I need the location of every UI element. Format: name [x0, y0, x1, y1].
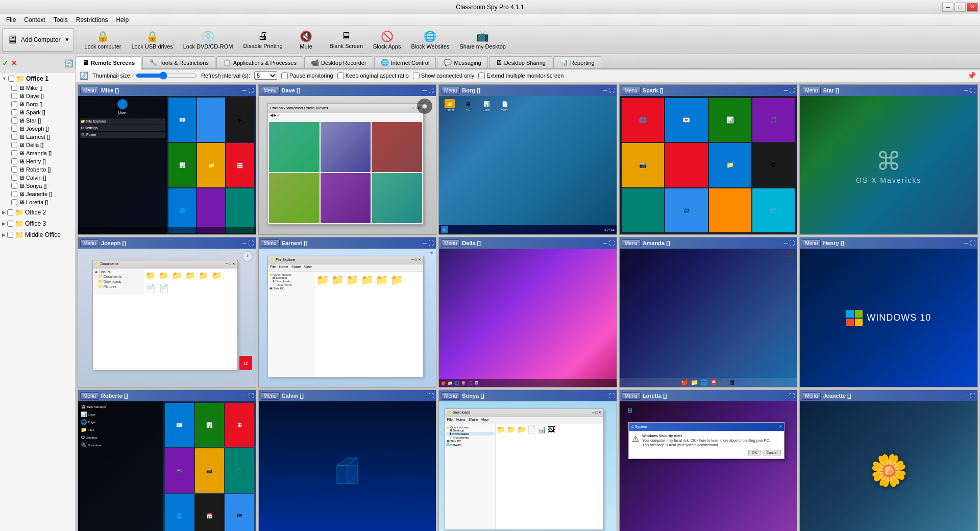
sidebar-item-star[interactable]: 🖥Star []: [1, 116, 74, 125]
sidebar-item-mike[interactable]: 🖥Mike []: [1, 84, 74, 92]
thumbnail-size-slider[interactable]: [136, 71, 197, 80]
screen-loretta-menu-button[interactable]: Menu: [622, 392, 641, 400]
screen-amanda-minimize-icon[interactable]: ─: [784, 240, 788, 246]
screen-loretta-content[interactable]: 🖥 ⚠ System✕ ⚠ Windows Security Alert: [620, 401, 797, 531]
pause-monitoring-checkbox[interactable]: [281, 73, 288, 79]
screen-roberto-menu-button[interactable]: Menu: [80, 392, 99, 400]
pause-monitoring-option[interactable]: Pause monitoring: [281, 73, 333, 79]
sidebar-item-della[interactable]: 🖥Della []: [1, 141, 74, 149]
screen-calvin-menu-button[interactable]: Menu: [261, 392, 280, 400]
screen-calvin-fullscreen-icon[interactable]: ⛶: [428, 393, 434, 399]
share-desktop-button[interactable]: 📺 Share my Desktop: [455, 27, 510, 53]
extend-monitor-checkbox[interactable]: [478, 73, 485, 79]
menu-tools[interactable]: Tools: [50, 14, 72, 25]
screen-mike-fullscreen-icon[interactable]: ⛶: [248, 87, 254, 93]
block-apps-button[interactable]: 🚫 Block Apps: [369, 27, 405, 53]
screen-dave-content[interactable]: Photos - Windows Photo Viewer ─ □ ✕ ◀ ▶ …: [259, 96, 436, 234]
screen-earnest-fullscreen-icon[interactable]: ⛶: [428, 240, 434, 246]
extend-monitor-option[interactable]: Extend multiple monitor screen: [478, 73, 564, 79]
screen-borg-fullscreen-icon[interactable]: ⛶: [609, 87, 615, 93]
office1-checkbox[interactable]: [8, 76, 14, 82]
menu-context[interactable]: Context: [20, 14, 49, 25]
maximize-button[interactable]: □: [954, 3, 966, 12]
screen-joseph-menu-button[interactable]: Menu: [80, 239, 99, 247]
sidebar-item-spark[interactable]: 🖥Spark []: [1, 108, 74, 116]
screen-star-minimize-icon[interactable]: ─: [964, 87, 968, 93]
sidebar-item-amanda[interactable]: 🖥Amanda []: [1, 149, 74, 157]
mute-button[interactable]: 🔇 Mute: [288, 27, 324, 53]
refresh-interval-select[interactable]: 5 10 15 30: [254, 71, 277, 80]
add-computer-button[interactable]: 🖥 Add Computer ▼: [2, 28, 74, 52]
screen-borg-content[interactable]: 📁 Folder 🖥 PC 📊 Excel: [439, 96, 617, 234]
screen-jeanette-content[interactable]: 🌼: [800, 401, 977, 531]
close-button[interactable]: ✕: [967, 3, 978, 12]
keep-aspect-checkbox[interactable]: [337, 73, 344, 79]
office3-checkbox[interactable]: [7, 221, 13, 227]
screen-loretta-minimize-icon[interactable]: ─: [784, 393, 788, 399]
office2-header[interactable]: ▶ 📁 Office 2: [1, 207, 74, 218]
block-websites-button[interactable]: 🌐 Block Websites: [406, 27, 454, 53]
refresh-icon[interactable]: 🔄: [80, 71, 88, 80]
sidebar-item-loretta[interactable]: 🖥Loretta []: [1, 198, 74, 206]
office2-checkbox[interactable]: [7, 209, 13, 215]
tab-reporting[interactable]: 📊 Reporting: [553, 56, 601, 68]
screen-spark-fullscreen-icon[interactable]: ⛶: [789, 87, 795, 93]
screen-earnest-minimize-icon[interactable]: ─: [423, 240, 427, 246]
lock-computer-button[interactable]: 🔒 Lock computer: [80, 27, 126, 53]
office1-header[interactable]: ▼ 📁 Office 1: [1, 74, 74, 84]
sidebar-item-earnest[interactable]: 🖥Earnest []: [1, 133, 74, 141]
screen-sonya-content[interactable]: 📁 Downloads─ □ ✕ FileHomeShareView ⭐ Qui…: [439, 401, 617, 531]
screen-loretta-fullscreen-icon[interactable]: ⛶: [789, 393, 795, 399]
screen-jeanette-fullscreen-icon[interactable]: ⛶: [970, 393, 975, 399]
lock-dvd-button[interactable]: 💿 Lock DVD/CD-ROM: [179, 27, 238, 53]
screen-borg-menu-button[interactable]: Menu: [441, 87, 460, 94]
show-connected-checkbox[interactable]: [413, 73, 420, 79]
screen-jeanette-menu-button[interactable]: Menu: [802, 392, 821, 400]
screen-joseph-fullscreen-icon[interactable]: ⛶: [248, 240, 254, 246]
sidebar-item-roberto[interactable]: 🖥Roberto []: [1, 165, 74, 174]
blank-screen-button[interactable]: 🖥 Blank Screen: [325, 27, 368, 53]
screen-roberto-content[interactable]: 🖥 Task Manager 📊 Excel 🌐 Edge 📁 Files ⚙ …: [78, 401, 256, 531]
tab-messaging[interactable]: 💬 Messaging: [437, 56, 487, 68]
screen-joseph-minimize-icon[interactable]: ─: [242, 240, 247, 246]
sidebar-item-joseph[interactable]: 🖥Joseph []: [1, 125, 74, 133]
screen-amanda-fullscreen-icon[interactable]: ⛶: [789, 240, 795, 246]
sidebar-item-sonya[interactable]: 🖥Sonya []: [1, 182, 74, 190]
screen-dave-minimize-icon[interactable]: ─: [423, 87, 427, 93]
screen-della-fullscreen-icon[interactable]: ⛶: [609, 240, 615, 246]
screen-star-content[interactable]: ⌘ OS X Mavericks: [800, 96, 977, 234]
minimize-button[interactable]: ─: [942, 3, 953, 12]
screen-calvin-minimize-icon[interactable]: ─: [423, 393, 427, 399]
pin-button[interactable]: 📌: [967, 71, 976, 80]
sidebar-item-dave[interactable]: 🖥Dave []: [1, 92, 74, 100]
screen-amanda-content[interactable]: ⬛ 🍎 📁 🌐 📮 🎵 🗑: [620, 249, 797, 387]
screen-earnest-content[interactable]: 📁 File Explorer─ □ ✕ FileHomeShareView ⭐…: [259, 249, 436, 387]
screen-borg-minimize-icon[interactable]: ─: [603, 87, 607, 93]
screen-dave-fullscreen-icon[interactable]: ⛶: [428, 87, 434, 93]
screen-sonya-minimize-icon[interactable]: ─: [603, 393, 607, 399]
tab-applications-processes[interactable]: 📋 Applications & Processes: [216, 56, 303, 68]
screen-della-minimize-icon[interactable]: ─: [603, 240, 607, 246]
tab-desktop-sharing[interactable]: 🖥 Desktop Sharing: [489, 56, 552, 68]
screen-mike-minimize-icon[interactable]: ─: [242, 87, 247, 93]
screen-henry-content[interactable]: WINDOWS 10: [800, 249, 977, 387]
screen-sonya-menu-button[interactable]: Menu: [441, 392, 460, 400]
screen-roberto-fullscreen-icon[interactable]: ⛶: [248, 393, 254, 399]
screen-roberto-minimize-icon[interactable]: ─: [242, 393, 247, 399]
tab-desktop-recorder[interactable]: 📹 Desktop Recorder: [304, 56, 373, 68]
disable-printing-button[interactable]: 🖨 Disable Printing: [239, 27, 287, 53]
screen-star-fullscreen-icon[interactable]: ⛶: [970, 87, 975, 93]
sidebar-item-calvin[interactable]: 🖥Calvin []: [1, 174, 74, 182]
office3-header[interactable]: ▶ 📁 Office 3: [1, 219, 74, 229]
screen-della-menu-button[interactable]: Menu: [441, 239, 460, 247]
menu-file[interactable]: File: [2, 14, 20, 25]
screen-sonya-fullscreen-icon[interactable]: ⛶: [609, 393, 615, 399]
screen-spark-menu-button[interactable]: Menu: [622, 87, 641, 94]
screen-spark-minimize-icon[interactable]: ─: [784, 87, 788, 93]
sidebar-item-jeanette[interactable]: 🖥Jeanette []: [1, 190, 74, 198]
screen-star-menu-button[interactable]: Menu: [802, 87, 821, 94]
screen-mike-menu-button[interactable]: Menu: [80, 87, 99, 94]
screen-joseph-content[interactable]: 📁 Documents─ □ ✕ 🖥 This PC 📁 Documents 📁…: [78, 249, 256, 387]
screen-dave-menu-button[interactable]: Menu: [261, 87, 280, 94]
menu-restrictions[interactable]: Restrictions: [72, 14, 112, 25]
